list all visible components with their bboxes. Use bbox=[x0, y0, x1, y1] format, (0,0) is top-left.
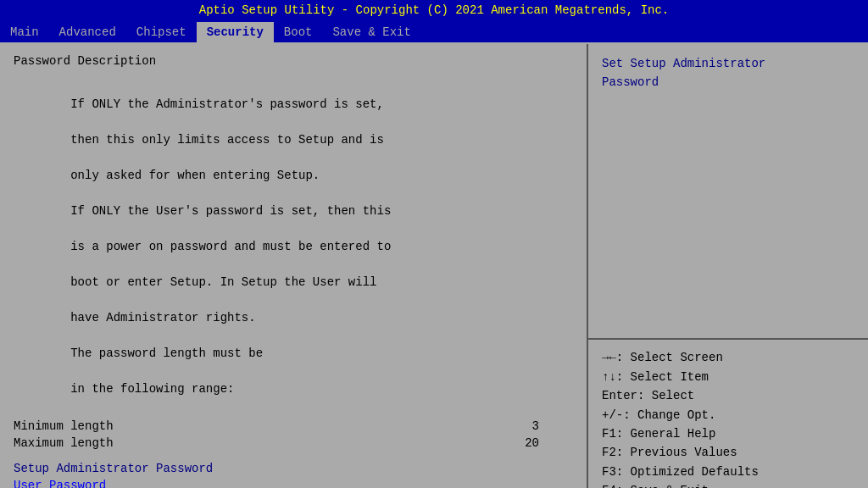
desc-line5: is a power on password and must be enter… bbox=[70, 240, 391, 253]
max-value: 20 bbox=[525, 436, 539, 450]
nav-item-save---exit[interactable]: Save & Exit bbox=[322, 22, 420, 42]
desc-line1: If ONLY the Administrator's password is … bbox=[70, 97, 384, 111]
key-help-line-1: ↑↓: Select Item bbox=[602, 368, 854, 386]
help-text: Set Setup Administrator Password bbox=[588, 44, 868, 340]
nav-bar: MainAdvancedChipsetSecurityBootSave & Ex… bbox=[0, 20, 868, 44]
description: If ONLY the Administrator's password is … bbox=[14, 78, 573, 416]
desc-line6: boot or enter Setup. In Setup the User w… bbox=[70, 275, 376, 289]
desc-line7: have Administrator rights. bbox=[70, 311, 255, 324]
menu-item-user-password[interactable]: User Password bbox=[14, 477, 573, 488]
right-panel: Set Setup Administrator Password →←: Sel… bbox=[588, 44, 868, 488]
nav-item-chipset[interactable]: Chipset bbox=[126, 22, 197, 42]
key-help-line-7: F4: Save & Exit bbox=[602, 481, 854, 488]
nav-item-security[interactable]: Security bbox=[197, 22, 274, 42]
max-length-row: Maximum length 20 bbox=[14, 436, 573, 450]
app: Aptio Setup Utility - Copyright (C) 2021… bbox=[0, 0, 868, 488]
key-help-line-2: Enter: Select bbox=[602, 386, 854, 405]
menu-item-admin-password[interactable]: Setup Administrator Password bbox=[14, 460, 573, 477]
key-help-line-6: F3: Optimized Defaults bbox=[602, 463, 854, 481]
key-help-line-4: F1: General Help bbox=[602, 424, 854, 443]
min-label: Minimum length bbox=[14, 419, 114, 433]
title-text: Aptio Setup Utility - Copyright (C) 2021… bbox=[199, 3, 670, 17]
desc-line9: in the following range: bbox=[70, 382, 234, 396]
desc-line2: then this only limits access to Setup an… bbox=[70, 133, 384, 147]
key-help: →←: Select Screen↑↓: Select ItemEnter: S… bbox=[588, 340, 868, 488]
title-bar: Aptio Setup Utility - Copyright (C) 2021… bbox=[0, 0, 868, 20]
help-line1: Set Setup Administrator bbox=[602, 57, 765, 70]
help-line2: Password bbox=[602, 75, 659, 89]
min-length-row: Minimum length 3 bbox=[14, 419, 573, 433]
nav-item-advanced[interactable]: Advanced bbox=[49, 22, 126, 42]
section-title: Password Description bbox=[14, 54, 573, 68]
nav-item-boot[interactable]: Boot bbox=[274, 22, 323, 42]
desc-line8: The password length must be bbox=[70, 347, 263, 360]
key-help-line-0: →←: Select Screen bbox=[602, 348, 854, 367]
key-help-line-5: F2: Previous Values bbox=[602, 443, 854, 462]
key-help-line-3: +/-: Change Opt. bbox=[602, 406, 854, 424]
nav-item-main[interactable]: Main bbox=[0, 22, 49, 42]
desc-line3: only asked for when entering Setup. bbox=[70, 169, 320, 182]
desc-line4: If ONLY the User's password is set, then… bbox=[70, 204, 391, 218]
main-content: Password Description If ONLY the Adminis… bbox=[0, 44, 868, 488]
left-panel: Password Description If ONLY the Adminis… bbox=[0, 44, 588, 488]
max-label: Maximum length bbox=[14, 436, 114, 450]
min-value: 3 bbox=[532, 419, 539, 433]
